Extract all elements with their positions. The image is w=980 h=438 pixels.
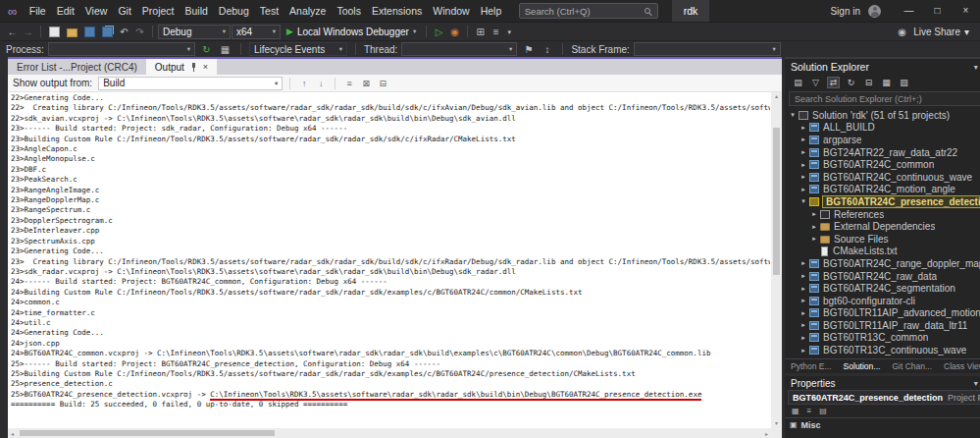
chevron-collapsed-icon[interactable]: ▸	[799, 259, 808, 267]
close-window-button[interactable]: ×	[952, 0, 980, 22]
chevron-collapsed-icon[interactable]: ▸	[799, 272, 808, 280]
scroll-right-icon[interactable]: ▸	[765, 430, 768, 437]
chevron-collapsed-icon[interactable]: ▸	[799, 309, 808, 317]
scroll-left-icon[interactable]: ◂	[11, 430, 14, 437]
start-debugging-button[interactable]: ▶ Local Windows Debugger ▾	[282, 27, 421, 37]
tree-item-bgt60tr13c-common[interactable]: ▸BGT60TR13C_common	[785, 332, 980, 345]
properties-icon[interactable]: ▨	[898, 78, 910, 87]
bottom-tab-solution[interactable]: Solution...	[838, 359, 887, 373]
tree-item-bgt60atr24c-motion-angle[interactable]: ▸BGT60ATR24C_motion_angle	[785, 184, 980, 196]
chevron-collapsed-icon[interactable]: ▸	[799, 148, 808, 156]
tree-item-bgt60tr13c-continuous-wave[interactable]: ▸BGT60TR13C_continuous_wave	[785, 344, 980, 356]
tree-item-cmakelists-txt[interactable]: CMakeLists.txt	[785, 246, 980, 258]
build-icon[interactable]: ⊞	[473, 24, 488, 40]
save-icon[interactable]	[84, 27, 95, 37]
menu-tools[interactable]: Tools	[332, 0, 367, 22]
live-share-button[interactable]: ◉ Live Share ▾	[895, 24, 975, 40]
output-horizontal-scrollbar[interactable]: ◂ ▸	[8, 428, 771, 438]
sync-with-active-document-icon[interactable]: ⇄	[827, 77, 840, 88]
new-file-icon[interactable]	[49, 27, 60, 37]
toolbar-overflow-icon[interactable]: ▾	[504, 24, 514, 40]
menu-project[interactable]: Project	[136, 0, 180, 22]
thread-dropdown[interactable]: ▾	[401, 42, 517, 56]
tree-item-bgt60atr24c-segmentation[interactable]: ▸BGT60ATR24C_segmentation	[785, 282, 980, 295]
scrollbar-thumb[interactable]	[20, 430, 275, 436]
output-source-dropdown[interactable]: Build ▾	[98, 77, 283, 90]
categorized-icon[interactable]: ▦	[792, 407, 799, 415]
menu-extensions[interactable]: Extensions	[366, 0, 427, 22]
tree-item-bgt60atr24c-common[interactable]: ▸BGT60ATR24C_common	[785, 158, 980, 171]
bottom-tab-git-chan[interactable]: Git Chan...	[886, 359, 938, 373]
navigate-back-icon[interactable]: ←	[5, 24, 20, 40]
chevron-collapsed-icon[interactable]: ▸	[799, 186, 808, 193]
tree-item-solution-rdk-51-of-51-projects[interactable]: ▾Solution 'rdk' (51 of 51 projects)	[785, 109, 980, 122]
chevron-collapsed-icon[interactable]: ▸	[799, 124, 808, 132]
quick-search-box[interactable]: Search (Ctrl+Q)	[519, 3, 658, 19]
word-wrap-icon[interactable]: ≡	[342, 79, 356, 88]
show-threads-in-source-icon[interactable]: ▦	[218, 41, 232, 58]
tree-item-source-files[interactable]: ▸Source Files	[785, 233, 980, 246]
chevron-expanded-icon[interactable]: ▾	[799, 197, 808, 205]
close-icon[interactable]: ×	[203, 62, 208, 72]
platform-dropdown[interactable]: x64 ▾	[232, 25, 281, 39]
tree-item-bgt60ltr11aip-raw-data-ltr11[interactable]: ▸BGT60LTR11AIP_raw_data_ltr11	[785, 319, 980, 332]
navigate-forward-icon[interactable]: →	[21, 24, 35, 40]
flag-threads-icon[interactable]: ⚑	[521, 41, 536, 58]
misc-group-icon[interactable]: ▣	[790, 420, 798, 429]
next-message-icon[interactable]: ↓	[314, 79, 328, 88]
chevron-expanded-icon[interactable]: ▾	[788, 111, 798, 119]
output-log[interactable]: 22>Generating Code...22> Creating librar…	[11, 93, 770, 428]
chevron-collapsed-icon[interactable]: ▸	[799, 136, 808, 143]
output-vertical-scrollbar[interactable]: ▴ ▾	[771, 92, 782, 428]
list-icon[interactable]: ≡	[489, 24, 503, 40]
tree-item-bgt60atr24c-raw-data[interactable]: ▸BGT60ATR24C_raw_data	[785, 270, 980, 283]
menu-help[interactable]: Help	[475, 0, 507, 22]
chevron-collapsed-icon[interactable]: ▸	[799, 347, 808, 355]
solution-search-input[interactable]: Search Solution Explorer (Ctrl+;) ▾	[789, 91, 980, 106]
toggle-frames-icon[interactable]: ↕	[540, 41, 554, 58]
window-menu-icon[interactable]: ▾	[974, 379, 978, 388]
clear-all-icon[interactable]: ⊠	[359, 79, 373, 88]
collapse-all-icon[interactable]: ⊟	[376, 79, 389, 88]
tab-output[interactable]: Output ×	[146, 59, 217, 75]
chevron-collapsed-icon[interactable]: ▸	[799, 321, 808, 329]
chevron-collapsed-icon[interactable]: ▸	[799, 161, 808, 169]
redo-icon[interactable]: ↷	[132, 24, 147, 40]
show-all-files-icon[interactable]: ▦	[880, 78, 893, 87]
alphabetical-icon[interactable]: ≡	[807, 407, 812, 415]
property-pages-icon[interactable]: ▤	[819, 407, 827, 415]
menu-git[interactable]: Git	[113, 0, 136, 22]
start-without-debugging-icon[interactable]: ▷	[432, 24, 446, 40]
stack-frame-dropdown[interactable]: ▾	[634, 42, 781, 56]
filter-icon[interactable]: ▽	[809, 78, 822, 87]
user-avatar-icon[interactable]	[868, 5, 881, 18]
chevron-collapsed-icon[interactable]: ▸	[809, 210, 819, 218]
hot-reload-icon[interactable]: ◉	[447, 24, 462, 40]
tree-item-bgt24atr22-raw-data-atr22[interactable]: ▸BGT24ATR22_raw_data_atr22	[785, 146, 980, 159]
refresh-process-icon[interactable]: ↻	[199, 41, 214, 58]
properties-object-dropdown[interactable]: BGT60ATR24C_presence_detection Project P…	[788, 390, 980, 405]
open-file-icon[interactable]	[67, 28, 77, 37]
chevron-collapsed-icon[interactable]: ▸	[809, 235, 819, 243]
previous-message-icon[interactable]: ↑	[297, 79, 311, 88]
refresh-icon[interactable]: ↻	[845, 78, 857, 87]
save-all-icon[interactable]	[102, 27, 113, 37]
tree-item-bgt60atr24c-range-doppler-map[interactable]: ▸BGT60ATR24C_range_doppler_map	[785, 257, 980, 270]
menu-debug[interactable]: Debug	[213, 0, 254, 22]
menu-test[interactable]: Test	[254, 0, 284, 22]
process-dropdown[interactable]: ▾	[48, 42, 195, 56]
pin-icon[interactable]	[189, 63, 198, 72]
tree-item-bgt60atr24c-presence-detection[interactable]: ▾BGT60ATR24C_presence_detection	[785, 195, 980, 208]
undo-icon[interactable]: ↶	[117, 24, 131, 40]
menu-window[interactable]: Window	[428, 0, 475, 22]
tree-item-bgt60atr24c-continuous-wave[interactable]: ▸BGT60ATR24C_continuous_wave	[785, 171, 980, 184]
chevron-collapsed-icon[interactable]: ▸	[799, 334, 808, 342]
maximize-button[interactable]: □	[923, 0, 952, 22]
tree-item-bgt60ltr11aip-advanced-motion-sen[interactable]: ▸BGT60LTR11AIP_advanced_motion_sen	[785, 307, 980, 320]
menu-view[interactable]: View	[79, 0, 113, 22]
tree-item-argparse[interactable]: ▸argparse	[785, 134, 980, 146]
bottom-tab-python-e[interactable]: Python E...	[785, 359, 838, 373]
lifecycle-events-dropdown[interactable]: Lifecycle Events ▾	[249, 42, 347, 56]
chevron-collapsed-icon[interactable]: ▸	[809, 223, 819, 231]
scrollbar-thumb[interactable]	[773, 128, 780, 275]
